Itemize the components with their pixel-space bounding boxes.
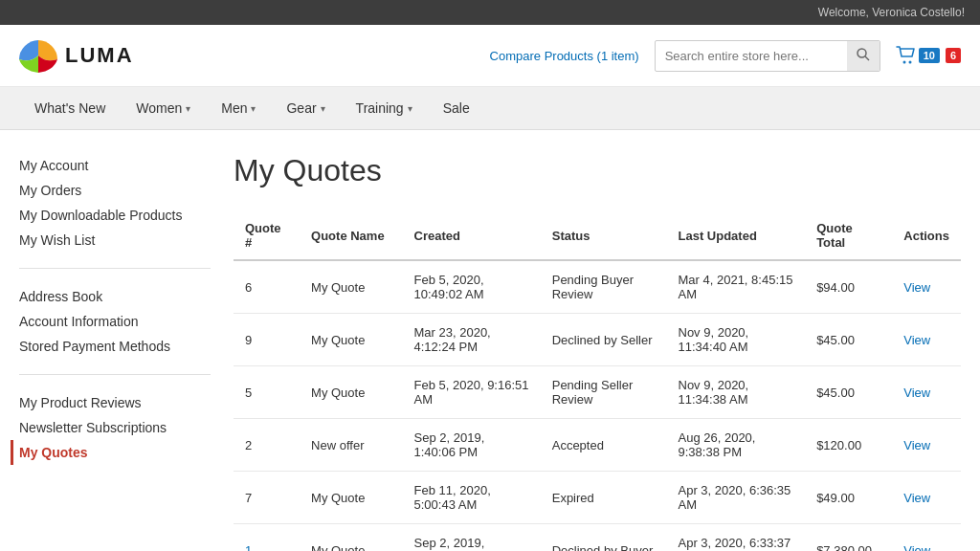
cart-count: 10 xyxy=(919,48,940,63)
cell-quote-total: $120.00 xyxy=(805,419,892,472)
sidebar-item-my-downloadable-products[interactable]: My Downloadable Products xyxy=(19,203,211,228)
wishlist-count[interactable]: 6 xyxy=(946,48,961,63)
compare-products-link[interactable]: Compare Products (1 item) xyxy=(490,49,639,63)
svg-line-2 xyxy=(865,56,869,60)
search-icon xyxy=(857,48,870,61)
sidebar-item-my-quotes[interactable]: My Quotes xyxy=(11,440,211,465)
view-quote-link[interactable]: View xyxy=(903,280,930,295)
cell-quote-total: $7,380.00 xyxy=(805,524,892,552)
svg-point-3 xyxy=(902,61,905,64)
table-row: 2New offerSep 2, 2019, 1:40:06 PMAccepte… xyxy=(234,419,961,472)
sidebar-item-my-account[interactable]: My Account xyxy=(19,153,211,178)
nav-item-whats-new[interactable]: What's New xyxy=(19,87,121,129)
svg-point-1 xyxy=(858,49,866,57)
cell-created: Sep 2, 2019, 1:40:06 PM xyxy=(403,419,541,472)
col-header-quote-name: Quote Name xyxy=(300,211,402,260)
view-quote-link[interactable]: View xyxy=(903,386,930,400)
cell-created: Feb 11, 2020, 5:00:43 AM xyxy=(403,472,541,524)
col-header-actions: Actions xyxy=(892,211,961,260)
table-row: 5My QuoteFeb 5, 2020, 9:16:51 AMPending … xyxy=(234,366,961,419)
cart-area: 10 6 xyxy=(896,46,961,65)
cell-quote-num: 9 xyxy=(234,314,300,366)
main-layout: My Account My Orders My Downloadable Pro… xyxy=(0,130,980,551)
cell-quote-total: $94.00 xyxy=(805,260,892,314)
sidebar-item-my-orders[interactable]: My Orders xyxy=(19,178,211,203)
view-quote-link[interactable]: View xyxy=(903,438,930,452)
sidebar-section-3: My Product Reviews Newsletter Subscripti… xyxy=(19,390,211,480)
main-content: My Quotes Quote # Quote Name Created Sta… xyxy=(234,153,961,551)
search-button[interactable] xyxy=(847,41,880,71)
col-header-created: Created xyxy=(403,211,541,260)
nav-item-men[interactable]: Men ▾ xyxy=(206,87,271,129)
search-input[interactable] xyxy=(656,42,847,70)
navigation: What's New Women ▾ Men ▾ Gear ▾ Training… xyxy=(0,87,980,130)
page-title: My Quotes xyxy=(234,153,961,188)
cell-quote-total: $49.00 xyxy=(805,472,892,524)
col-header-status: Status xyxy=(541,211,667,260)
cell-status: Declined by Buyer xyxy=(541,524,667,552)
cell-status: Expired xyxy=(541,472,667,524)
cell-status: Accepted xyxy=(541,419,667,472)
cell-created: Feb 5, 2020, 9:16:51 AM xyxy=(403,366,541,419)
cell-quote-num: 1 xyxy=(234,524,300,552)
sidebar-item-account-information[interactable]: Account Information xyxy=(19,309,211,334)
sidebar: My Account My Orders My Downloadable Pro… xyxy=(19,153,211,551)
cell-last-updated: Nov 9, 2020, 11:34:40 AM xyxy=(667,314,806,366)
cell-last-updated: Apr 3, 2020, 6:36:35 AM xyxy=(667,472,806,524)
welcome-text: Welcome, Veronica Costello! xyxy=(818,6,965,19)
table-row: 9My QuoteMar 23, 2020, 4:12:24 PMDecline… xyxy=(234,314,961,366)
cell-quote-total: $45.00 xyxy=(805,366,892,419)
cell-quote-name: My Quote xyxy=(300,472,402,524)
quote-num-link[interactable]: 1 xyxy=(245,543,252,552)
nav-item-training[interactable]: Training ▾ xyxy=(341,87,428,129)
cell-quote-name: My Quote xyxy=(300,524,402,552)
table-row: 6My QuoteFeb 5, 2020, 10:49:02 AMPending… xyxy=(234,260,961,314)
top-bar: Welcome, Veronica Costello! xyxy=(0,0,980,25)
logo-text: LUMA xyxy=(65,43,134,68)
cell-quote-name: My Quote xyxy=(300,260,402,314)
nav-item-sale[interactable]: Sale xyxy=(428,87,485,129)
chevron-down-icon: ▾ xyxy=(186,103,190,114)
search-box xyxy=(655,40,880,72)
nav-item-gear[interactable]: Gear ▾ xyxy=(271,87,340,129)
col-header-last-updated: Last Updated xyxy=(667,211,806,260)
sidebar-item-my-wish-list[interactable]: My Wish List xyxy=(19,228,211,253)
cell-last-updated: Apr 3, 2020, 6:33:37 AM xyxy=(667,524,806,552)
cell-created: Sep 2, 2019, 10:53:14 AM xyxy=(403,524,541,552)
table-row: 1My QuoteSep 2, 2019, 10:53:14 AMDecline… xyxy=(234,524,961,552)
cell-action: View xyxy=(892,472,961,524)
logo[interactable]: LUMA xyxy=(19,36,134,75)
cart-icon xyxy=(896,46,917,65)
nav-item-women[interactable]: Women ▾ xyxy=(121,87,206,129)
cell-quote-name: My Quote xyxy=(300,314,402,366)
view-quote-link[interactable]: View xyxy=(903,491,930,505)
cell-last-updated: Aug 26, 2020, 9:38:38 PM xyxy=(667,419,806,472)
cell-created: Mar 23, 2020, 4:12:24 PM xyxy=(403,314,541,366)
header-right: Compare Products (1 item) 10 6 xyxy=(490,40,961,72)
cell-quote-num: 7 xyxy=(234,472,300,524)
cell-action: View xyxy=(892,419,961,472)
quotes-table: Quote # Quote Name Created Status Last U… xyxy=(234,211,961,551)
cell-created: Feb 5, 2020, 10:49:02 AM xyxy=(403,260,541,314)
chevron-down-icon: ▾ xyxy=(408,103,412,114)
cell-quote-num: 6 xyxy=(234,260,300,314)
view-quote-link[interactable]: View xyxy=(903,543,930,552)
col-header-quote-total: Quote Total xyxy=(805,211,892,260)
table-header-row: Quote # Quote Name Created Status Last U… xyxy=(234,211,961,260)
sidebar-item-stored-payment-methods[interactable]: Stored Payment Methods xyxy=(19,334,211,359)
header: LUMA Compare Products (1 item) 10 xyxy=(0,25,980,87)
sidebar-section-1: My Account My Orders My Downloadable Pro… xyxy=(19,153,211,269)
cell-status: Declined by Seller xyxy=(541,314,667,366)
sidebar-item-my-product-reviews[interactable]: My Product Reviews xyxy=(19,390,211,415)
chevron-down-icon: ▾ xyxy=(321,103,325,114)
sidebar-item-address-book[interactable]: Address Book xyxy=(19,284,211,309)
cell-quote-num: 2 xyxy=(234,419,300,472)
cart-icon-wrap[interactable]: 10 xyxy=(896,46,940,65)
logo-icon xyxy=(19,36,57,75)
view-quote-link[interactable]: View xyxy=(903,333,930,347)
sidebar-item-newsletter-subscriptions[interactable]: Newsletter Subscriptions xyxy=(19,415,211,440)
cell-last-updated: Mar 4, 2021, 8:45:15 AM xyxy=(667,260,806,314)
cell-quote-name: My Quote xyxy=(300,366,402,419)
cell-last-updated: Nov 9, 2020, 11:34:38 AM xyxy=(667,366,806,419)
cell-action: View xyxy=(892,366,961,419)
